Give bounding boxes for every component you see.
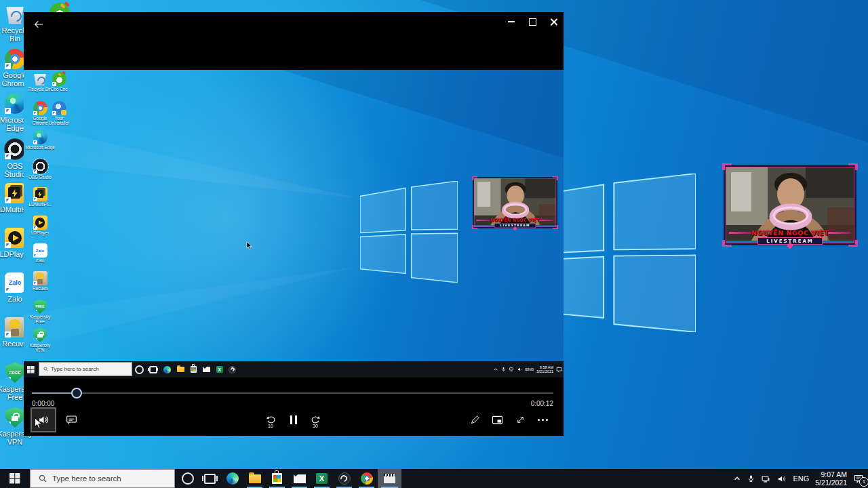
seek-handle[interactable] (71, 388, 82, 399)
taskbar-mail[interactable] (288, 469, 311, 488)
excel-glyph: X (218, 367, 221, 372)
taskbar-movies-tv[interactable] (378, 469, 401, 488)
excel-icon: X (316, 473, 328, 484)
maximize-icon (529, 18, 536, 26)
inner-taskbar-task-view[interactable] (146, 361, 159, 378)
edge-icon (33, 130, 47, 144)
shortcut-arrow-icon (5, 153, 11, 159)
skip-back-button[interactable]: 10 (260, 409, 281, 431)
more-options-button[interactable] (532, 409, 553, 431)
inner-webcam-overlay: NGUYỄN NGỌC VIỆT LIVESTREAM (473, 177, 557, 225)
elapsed-time: 0:00:00 (32, 400, 54, 407)
pen-icon (470, 415, 480, 425)
inner-icon-label: Microsoft Edge (25, 145, 55, 150)
shortcut-arrow-icon (33, 226, 37, 230)
edit-button[interactable] (464, 409, 486, 431)
inner-icon-label: Cốc Cốc (44, 87, 74, 92)
inner-desktop-icon-obs-studio[interactable]: OBS Studio (25, 159, 55, 180)
inner-desktop-icon-kaspersky-vpn[interactable]: Kaspersky VPN (25, 328, 55, 352)
pause-button[interactable] (283, 409, 304, 431)
taskbar-file-explorer[interactable] (243, 469, 266, 488)
speaker-icon[interactable] (777, 474, 787, 483)
inner-desktop-icon-your-uninstaller[interactable]: Your Uninstaller (44, 101, 74, 125)
search-placeholder: Type here to search (51, 366, 99, 372)
inner-start-button[interactable] (24, 361, 37, 378)
inner-taskbar-cortana[interactable] (133, 361, 146, 378)
inner-taskbar-edge[interactable] (161, 361, 174, 378)
taskbar-edge[interactable] (221, 469, 243, 488)
seek-bar[interactable] (32, 392, 553, 394)
edge-icon (5, 94, 25, 114)
windows-start-icon (27, 366, 35, 373)
inner-desktop-icon-microsoft-edge[interactable]: Microsoft Edge (25, 130, 55, 150)
search-box[interactable]: Type here to search (30, 469, 175, 488)
system-tray[interactable]: ENG 9:07 AM 5/21/2021 1 (733, 469, 867, 488)
microsoft-store-icon (191, 366, 197, 373)
mail-icon (294, 474, 306, 483)
network-icon[interactable] (761, 474, 771, 483)
taskbar-task-view[interactable] (199, 469, 221, 488)
movies-tv-player-window: Recycle Bin Google Chrome Microsoft Edge… (24, 12, 564, 436)
ldplayer-icon (33, 216, 47, 230)
obs-icon (4, 138, 26, 160)
inner-system-tray[interactable]: ENG 9:58 AM 5/21/2021 (493, 361, 562, 378)
inner-taskbar-file-explorer[interactable] (174, 361, 187, 378)
taskbar-store[interactable] (266, 469, 288, 488)
inner-desktop-icon-recuva[interactable]: Recuva (25, 271, 55, 291)
back-button[interactable] (31, 16, 47, 33)
windows-logo-inner (360, 181, 458, 283)
tray-chevron-icon[interactable] (733, 474, 741, 483)
inner-taskbar-excel[interactable]: X (213, 361, 226, 378)
language-indicator[interactable]: ENG (793, 474, 809, 483)
inner-icon-label: Recuva (25, 286, 55, 291)
mouse-cursor (34, 417, 43, 430)
inner-clock[interactable]: 9:58 AM 5/21/2021 (537, 365, 553, 374)
start-button[interactable] (0, 469, 30, 488)
subtitles-icon (66, 415, 77, 425)
player-controls: 0:00:00 0:00:12 10 (24, 378, 564, 436)
inner-icon-label: Kaspersky VPN (25, 343, 55, 352)
excel-icon: X (216, 366, 223, 373)
minimize-button[interactable] (501, 14, 521, 30)
search-icon (43, 367, 48, 371)
file-explorer-icon (177, 367, 184, 372)
taskbar-obs[interactable] (333, 469, 355, 488)
microphone-icon[interactable] (747, 474, 755, 483)
inner-taskbar-mail[interactable] (200, 361, 213, 378)
your-uninstaller-icon (52, 101, 66, 115)
inner-taskbar-obs[interactable] (226, 361, 239, 378)
fullscreen-button[interactable] (509, 409, 531, 431)
inner-search-box[interactable]: Type here to search (39, 362, 132, 376)
taskbar-cortana[interactable] (176, 469, 199, 488)
task-view-icon (149, 366, 157, 373)
back-arrow-icon (33, 19, 44, 30)
inner-icon-label: Zalo (25, 258, 55, 263)
file-explorer-icon (249, 474, 261, 483)
video-content[interactable]: Recycle Bin Google Chrome Microsoft Edge… (24, 70, 564, 378)
taskbar-excel[interactable]: X (311, 469, 333, 488)
close-button[interactable] (543, 14, 564, 30)
shortcut-arrow-icon (33, 338, 37, 342)
inner-desktop-icon-ldplayer[interactable]: LDPlayer (25, 216, 55, 235)
inner-icon-label: Your Uninstaller (44, 116, 74, 125)
close-icon (550, 18, 557, 26)
zalo-glyph: Zalo (9, 279, 22, 286)
chrome-icon (5, 49, 25, 69)
shortcut-arrow-icon (33, 197, 37, 201)
inner-desktop-icon-kaspersky-free[interactable]: FREE Kaspersky Free (25, 300, 55, 324)
obs-icon (33, 159, 48, 174)
inner-desktop-icon-zalo[interactable]: Zalo Zalo (25, 243, 55, 263)
shortcut-arrow-icon (33, 281, 37, 285)
taskbar-chrome[interactable] (355, 469, 378, 488)
mini-player-button[interactable] (486, 409, 508, 431)
inner-desktop-icon-coccoc[interactable]: Cốc Cốc (44, 72, 74, 92)
movies-tv-icon (384, 474, 395, 483)
maximize-button[interactable] (522, 14, 542, 30)
clock[interactable]: 9:07 AM 5/21/2021 (815, 470, 847, 487)
kaspersky-free-icon: FREE (5, 363, 25, 383)
inner-desktop-icon-ldmultiplayer[interactable]: LDMultiPl... (25, 187, 55, 207)
inner-taskbar-store[interactable] (187, 361, 200, 378)
subtitles-button[interactable] (60, 409, 82, 431)
skip-forward-button[interactable]: 30 (304, 409, 326, 431)
notification-center-button[interactable]: 1 (853, 474, 864, 484)
